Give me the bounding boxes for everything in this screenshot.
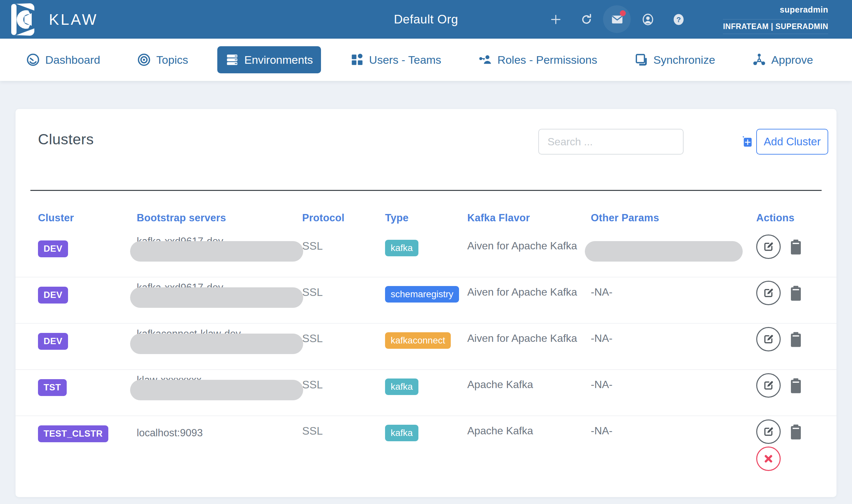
col-bootstrap-servers[interactable]: Bootstrap servers (137, 212, 302, 224)
edit-icon (762, 287, 775, 299)
type-badge: schemaregistry (385, 286, 459, 303)
col-protocol[interactable]: Protocol (302, 212, 385, 224)
nav-item-roles-permissions[interactable]: Roles - Permissions (470, 46, 605, 73)
brand[interactable]: KLAW (0, 3, 98, 36)
protocol-cell: SSL (302, 416, 385, 482)
team-role: INFRATEAM | SUPERADMIN (723, 19, 828, 34)
copy-clipboard-button[interactable] (790, 331, 802, 348)
type-badge: kafka (385, 425, 418, 441)
type-badge: kafkaconnect (385, 332, 451, 349)
kafka-flavor-cell: Apache Kafka (467, 416, 591, 482)
clipboard-icon (790, 331, 802, 347)
approve-icon (752, 53, 766, 67)
table-header: Cluster Bootstrap servers Protocol Type … (16, 191, 836, 231)
username: superadmin (780, 5, 828, 15)
environments-icon (225, 53, 239, 67)
search-input[interactable] (538, 129, 684, 155)
page-title: Clusters (38, 131, 94, 148)
action-stack (756, 419, 781, 471)
env-badge: DEV (38, 240, 68, 257)
other-params-cell: serviceName=kafka-4fda2018 (591, 234, 756, 264)
env-badge: TEST_CLSTR (38, 426, 108, 442)
bootstrap-servers-cell: kafka-xxd9617-dev sandbox.aivencloud.com… (137, 234, 302, 264)
protocol-cell: SSL (302, 231, 385, 277)
col-cluster[interactable]: Cluster (38, 212, 137, 224)
copy-clipboard-button[interactable] (790, 424, 802, 441)
nav-item-users-teams[interactable]: Users - Teams (342, 46, 450, 73)
synchronize-icon (634, 53, 648, 67)
bootstrap-servers-cell: kafka-xxd9617-dev sandbox.aivencloud.com… (137, 280, 302, 310)
actions-cell (756, 324, 828, 369)
protocol-cell: SSL (302, 370, 385, 415)
roles-permissions-icon (478, 53, 492, 67)
nav-item-dashboard[interactable]: Dashboard (18, 46, 108, 73)
klaw-app: KLAW Default Org ? superadmin (0, 0, 852, 504)
user-block[interactable]: superadmin INFRATEAM | SUPERADMIN (723, 0, 828, 39)
topics-icon (137, 53, 151, 67)
edit-icon (762, 240, 775, 253)
svg-text:?: ? (676, 15, 681, 23)
edit-icon (762, 379, 775, 392)
env-badge: TST (38, 379, 67, 396)
notifications-mail-icon[interactable] (611, 13, 624, 26)
clipboard-icon (790, 239, 802, 255)
user-profile-icon[interactable] (641, 13, 654, 26)
refresh-icon[interactable] (580, 13, 593, 26)
copy-clipboard-button[interactable] (790, 239, 802, 256)
other-params-cell: -NA- (591, 370, 756, 415)
org-title: Default Org (394, 13, 458, 26)
redaction-overlay (130, 241, 303, 262)
card-header: Clusters Add Cluster (16, 109, 836, 190)
nav-label: Users - Teams (369, 54, 441, 66)
edit-icon (762, 333, 775, 345)
env-badge: DEV (38, 287, 68, 304)
add-cluster-icon[interactable] (740, 135, 753, 148)
other-params-cell: -NA- (591, 324, 756, 369)
add-request-icon[interactable] (549, 13, 562, 26)
edit-cluster-button[interactable] (756, 327, 781, 352)
clipboard-icon (790, 285, 802, 301)
type-badge: kafka (385, 240, 418, 256)
nav-item-approve[interactable]: Approve (744, 46, 821, 73)
copy-clipboard-button[interactable] (790, 285, 802, 302)
dashboard-icon (26, 53, 40, 67)
delete-cluster-button[interactable] (756, 447, 781, 471)
nav-label: Dashboard (45, 54, 100, 66)
edit-cluster-button[interactable] (756, 373, 781, 398)
kafka-flavor-cell: Aiven for Apache Kafka (467, 231, 591, 277)
nav-item-environments[interactable]: Environments (217, 46, 321, 73)
col-other-params[interactable]: Other Params (591, 212, 756, 224)
nav-item-topics[interactable]: Topics (129, 46, 196, 73)
help-icon[interactable]: ? (672, 13, 685, 26)
copy-clipboard-button[interactable] (790, 378, 802, 395)
redaction-overlay (585, 241, 743, 262)
nav-item-synchronize[interactable]: Synchronize (626, 46, 723, 73)
table-row: DEV kafka-xxd9617-dev sandbox.aivencloud… (16, 231, 836, 277)
actions-cell (756, 370, 828, 415)
kafka-flavor-cell: Aiven for Apache Kafka (467, 324, 591, 369)
actions-cell (756, 277, 828, 323)
notification-badge (620, 10, 626, 16)
edit-cluster-button[interactable] (756, 234, 781, 259)
table-row: TEST_CLSTR localhost:9093 SSL kafka Apac… (16, 416, 836, 482)
nav-label: Roles - Permissions (497, 54, 597, 66)
add-cluster-button[interactable]: Add Cluster (756, 129, 828, 155)
table-row: DEV kafka-xxd9617-dev sandbox.aivencloud… (16, 277, 836, 324)
clusters-card: Clusters Add Cluster Cluster Bootstrap s… (16, 109, 836, 497)
col-kafka-flavor[interactable]: Kafka Flavor (467, 212, 591, 224)
redaction-overlay (130, 334, 303, 354)
protocol-cell: SSL (302, 277, 385, 323)
edit-cluster-button[interactable] (756, 281, 781, 305)
notification-halo (603, 5, 631, 33)
redaction-overlay (130, 380, 303, 400)
bootstrap-servers-cell: kafkaconnect-klaw-dev sandbox.aivencloud… (137, 326, 302, 356)
users-teams-icon (350, 53, 364, 67)
redaction-overlay (130, 287, 303, 308)
card-controls: Add Cluster (538, 129, 828, 155)
topbar-icons: ? (549, 0, 685, 39)
kafka-flavor-cell: Apache Kafka (467, 370, 591, 415)
edit-cluster-button[interactable] (756, 419, 781, 444)
edit-icon (762, 426, 775, 438)
bootstrap-servers-cell: localhost:9093 (137, 424, 302, 440)
col-type[interactable]: Type (385, 212, 467, 224)
